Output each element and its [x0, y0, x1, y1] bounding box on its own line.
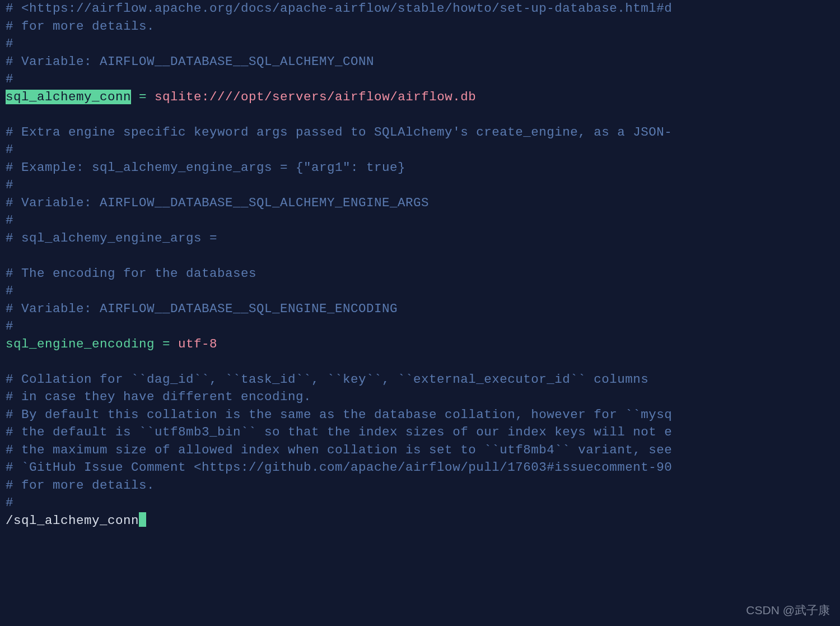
comment-text: # the default is ``utf8mb3_bin`` so that…: [6, 425, 672, 439]
comment-text: # Variable: AIRFLOW__DATABASE__SQL_ENGIN…: [6, 302, 398, 316]
comment-text: #: [6, 319, 13, 333]
cursor-icon: [139, 512, 146, 527]
code-editor[interactable]: # <https://airflow.apache.org/docs/apach…: [6, 0, 840, 530]
code-line: #: [6, 35, 840, 53]
comment-text: #: [6, 36, 13, 51]
code-line: # <https://airflow.apache.org/docs/apach…: [6, 0, 840, 18]
comment-text: # `GitHub Issue Comment <https://github.…: [6, 460, 672, 475]
comment-text: # the maximum size of allowed index when…: [6, 443, 672, 457]
config-key: sql_engine_encoding: [6, 337, 155, 351]
code-line: # the default is ``utf8mb3_bin`` so that…: [6, 424, 840, 442]
comment-text: # Variable: AIRFLOW__DATABASE__SQL_ALCHE…: [6, 54, 374, 69]
code-line: # for more details.: [6, 18, 840, 36]
config-value: utf-8: [178, 337, 217, 351]
code-line: sql_alchemy_conn = sqlite:////opt/server…: [6, 89, 840, 106]
code-line: #: [6, 141, 840, 159]
config-key-highlighted: sql_alchemy_conn: [6, 90, 131, 104]
comment-text: # Extra engine specific keyword args pas…: [6, 125, 672, 140]
comment-text: #: [6, 142, 13, 157]
comment-text: # <https://airflow.apache.org/docs/apach…: [6, 1, 672, 16]
comment-text: # for more details.: [6, 478, 155, 493]
code-line: # Variable: AIRFLOW__DATABASE__SQL_ALCHE…: [6, 53, 840, 71]
code-line: # `GitHub Issue Comment <https://github.…: [6, 459, 840, 477]
comment-text: #: [6, 178, 13, 192]
code-line: # Example: sql_alchemy_engine_args = {"a…: [6, 159, 840, 177]
code-line: #: [6, 71, 840, 89]
code-line: # Extra engine specific keyword args pas…: [6, 124, 840, 142]
comment-text: # Collation for ``dag_id``, ``task_id``,…: [6, 372, 648, 387]
code-line: #: [6, 177, 840, 194]
code-line: # Collation for ``dag_id``, ``task_id``,…: [6, 371, 840, 389]
search-line[interactable]: /sql_alchemy_conn: [6, 512, 840, 530]
code-line: #: [6, 212, 840, 230]
code-line: # the maximum size of allowed index when…: [6, 442, 840, 460]
comment-text: #: [6, 495, 13, 510]
comment-text: #: [6, 72, 13, 86]
code-line: [6, 106, 840, 124]
comment-text: # By default this collation is the same …: [6, 407, 672, 422]
code-line: #: [6, 494, 840, 512]
comment-text: # in case they have different encoding.: [6, 389, 311, 404]
search-text: /sql_alchemy_conn: [6, 513, 139, 528]
watermark: CSDN @武子康: [746, 602, 830, 618]
code-line: # Variable: AIRFLOW__DATABASE__SQL_ALCHE…: [6, 194, 840, 212]
code-line: # Variable: AIRFLOW__DATABASE__SQL_ENGIN…: [6, 300, 840, 318]
code-line: sql_engine_encoding = utf-8: [6, 336, 840, 354]
comment-text: # The encoding for the databases: [6, 266, 256, 281]
value-path: ////opt/servers/airflow/airflow.db: [209, 90, 476, 104]
code-line: #: [6, 282, 840, 300]
code-line: [6, 353, 840, 371]
code-line: [6, 247, 840, 265]
code-line: # for more details.: [6, 477, 840, 495]
equals-sign: =: [131, 90, 155, 104]
comment-text: # Example: sql_alchemy_engine_args = {"a…: [6, 160, 405, 175]
comment-text: # Variable: AIRFLOW__DATABASE__SQL_ALCHE…: [6, 196, 429, 210]
comment-text: # sql_alchemy_engine_args =: [6, 231, 217, 245]
code-line: #: [6, 318, 840, 336]
comment-text: #: [6, 213, 13, 228]
code-line: # in case they have different encoding.: [6, 388, 840, 406]
equals-sign: =: [155, 337, 178, 351]
comment-text: #: [6, 284, 13, 298]
value-scheme: sqlite:: [155, 90, 209, 104]
code-line: # By default this collation is the same …: [6, 406, 840, 424]
code-line: # The encoding for the databases: [6, 265, 840, 283]
code-line: # sql_alchemy_engine_args =: [6, 230, 840, 248]
comment-text: # for more details.: [6, 19, 155, 34]
